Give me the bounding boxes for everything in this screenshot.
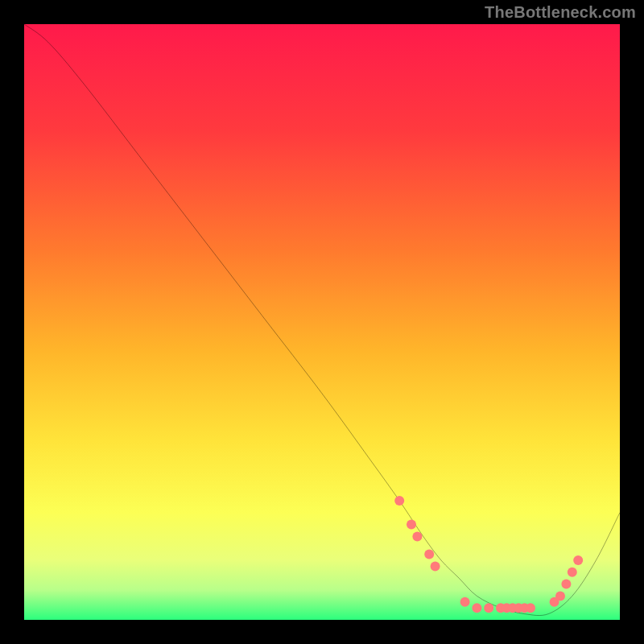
marker-dot <box>472 603 481 613</box>
marker-dot <box>394 496 404 506</box>
markers-layer <box>24 24 620 620</box>
marker-dot <box>568 568 577 577</box>
marker-dot <box>526 603 535 613</box>
watermark-text: TheBottleneck.com <box>485 3 636 22</box>
marker-dot <box>431 561 440 571</box>
highlight-dots <box>394 496 583 613</box>
marker-dot <box>484 603 493 613</box>
marker-dot <box>561 580 571 589</box>
marker-dot <box>407 520 416 530</box>
marker-dot <box>555 591 565 601</box>
marker-dot <box>424 550 434 559</box>
marker-dot <box>573 555 583 565</box>
marker-dot <box>412 531 422 541</box>
marker-dot <box>460 597 470 607</box>
plot-area <box>24 24 620 620</box>
chart-stage: TheBottleneck.com <box>0 0 644 644</box>
